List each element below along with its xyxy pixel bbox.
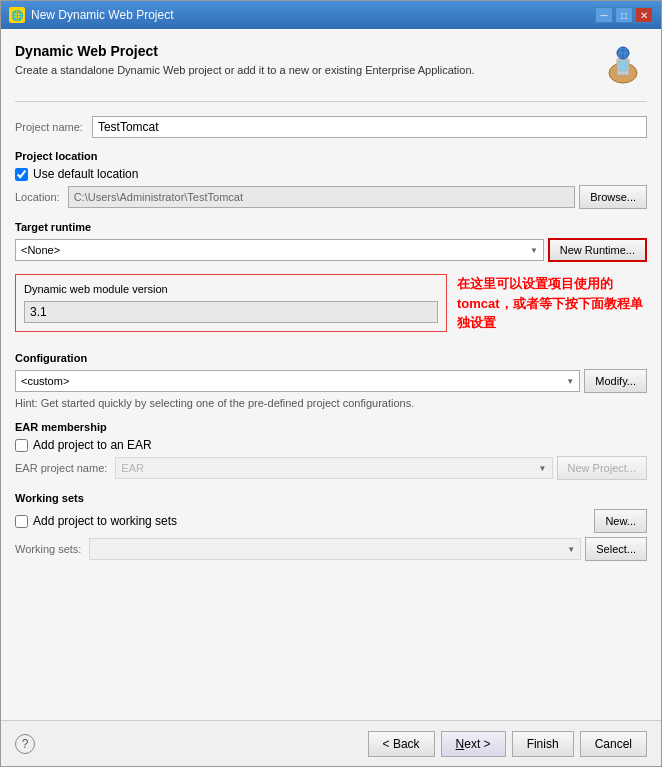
working-sets-label: Working sets xyxy=(15,492,647,504)
header-icon xyxy=(599,43,647,91)
project-location-group: Project location Use default location Lo… xyxy=(15,150,647,209)
configuration-select[interactable]: <custom> xyxy=(15,370,580,392)
target-runtime-group: Target runtime <None> New Runtime... xyxy=(15,221,647,262)
ear-project-name-label: EAR project name: xyxy=(15,462,107,474)
add-to-ear-row: Add project to an EAR xyxy=(15,438,647,452)
dialog-footer: ? < Back Next > Finish Cancel xyxy=(1,720,661,766)
use-default-row: Use default location xyxy=(15,167,647,181)
next-label-rest: ext > xyxy=(464,737,490,751)
window-title: New Dynamic Web Project xyxy=(31,8,589,22)
dialog-description: Create a standalone Dynamic Web project … xyxy=(15,63,475,78)
ear-membership-label: EAR membership xyxy=(15,421,647,433)
target-runtime-label: Target runtime xyxy=(15,221,647,233)
next-button[interactable]: Next > xyxy=(441,731,506,757)
main-window: 🌐 New Dynamic Web Project ─ □ ✕ Dynamic … xyxy=(0,0,662,767)
working-sets-group: Working sets Add project to working sets… xyxy=(15,492,647,561)
use-default-label: Use default location xyxy=(33,167,138,181)
project-location-label: Project location xyxy=(15,150,647,162)
annotation-area: 在这里可以设置项目使用的tomcat，或者等下按下面教程单独设置 xyxy=(457,274,647,333)
location-input xyxy=(68,186,575,208)
configuration-group: Configuration <custom> Modify... Hint: G… xyxy=(15,352,647,409)
add-working-sets-row: Add project to working sets xyxy=(15,514,177,528)
footer-left: ? xyxy=(15,734,35,754)
window-controls: ─ □ ✕ xyxy=(595,7,653,23)
module-annotation-row: Dynamic web module version 3.1 在这里可以设置项目… xyxy=(15,274,647,342)
annotation-text: 在这里可以设置项目使用的tomcat，或者等下按下面教程单独设置 xyxy=(457,274,647,333)
location-label: Location: xyxy=(15,191,60,203)
module-version-label: Dynamic web module version xyxy=(24,283,438,295)
cancel-button[interactable]: Cancel xyxy=(580,731,647,757)
svg-rect-2 xyxy=(619,61,627,71)
working-sets-add-row: Add project to working sets New... xyxy=(15,509,647,533)
ear-project-select: EAR xyxy=(115,457,552,479)
configuration-hint: Hint: Get started quickly by selecting o… xyxy=(15,397,647,409)
select-working-sets-button[interactable]: Select... xyxy=(585,537,647,561)
module-version-display: 3.1 xyxy=(24,301,438,323)
header-text: Dynamic Web Project Create a standalone … xyxy=(15,43,475,78)
use-default-checkbox[interactable] xyxy=(15,168,28,181)
configuration-row: <custom> Modify... xyxy=(15,369,647,393)
next-underline: N xyxy=(456,737,465,751)
project-name-group: Project name: xyxy=(15,116,647,138)
runtime-select[interactable]: <None> xyxy=(15,239,544,261)
dynamic-web-module-section: Dynamic web module version 3.1 xyxy=(15,274,447,332)
working-sets-select-wrapper xyxy=(89,538,581,560)
ear-membership-group: EAR membership Add project to an EAR EAR… xyxy=(15,421,647,480)
add-working-sets-checkbox[interactable] xyxy=(15,515,28,528)
footer-buttons: < Back Next > Finish Cancel xyxy=(368,731,647,757)
minimize-button[interactable]: ─ xyxy=(595,7,613,23)
window-icon: 🌐 xyxy=(9,7,25,23)
working-sets-row: Working sets: Select... xyxy=(15,537,647,561)
working-sets-select xyxy=(89,538,581,560)
modify-button[interactable]: Modify... xyxy=(584,369,647,393)
add-to-ear-checkbox[interactable] xyxy=(15,439,28,452)
working-sets-input-label: Working sets: xyxy=(15,543,81,555)
help-icon[interactable]: ? xyxy=(15,734,35,754)
dialog-header: Dynamic Web Project Create a standalone … xyxy=(15,43,647,102)
dialog-title: Dynamic Web Project xyxy=(15,43,475,59)
project-name-input[interactable] xyxy=(92,116,647,138)
configuration-select-wrapper: <custom> xyxy=(15,370,580,392)
back-button[interactable]: < Back xyxy=(368,731,435,757)
ear-project-name-row: EAR project name: EAR New Project... xyxy=(15,456,647,480)
new-runtime-button[interactable]: New Runtime... xyxy=(548,238,647,262)
new-working-set-button[interactable]: New... xyxy=(594,509,647,533)
browse-button[interactable]: Browse... xyxy=(579,185,647,209)
new-project-button: New Project... xyxy=(557,456,647,480)
ear-project-select-wrapper: EAR xyxy=(115,457,552,479)
finish-button[interactable]: Finish xyxy=(512,731,574,757)
add-to-ear-label: Add project to an EAR xyxy=(33,438,152,452)
configuration-label: Configuration xyxy=(15,352,647,364)
dialog-content: Dynamic Web Project Create a standalone … xyxy=(1,29,661,720)
project-name-label: Project name: xyxy=(15,121,83,133)
maximize-button[interactable]: □ xyxy=(615,7,633,23)
title-bar: 🌐 New Dynamic Web Project ─ □ ✕ xyxy=(1,1,661,29)
runtime-row: <None> New Runtime... xyxy=(15,238,647,262)
close-button[interactable]: ✕ xyxy=(635,7,653,23)
project-name-row: Project name: xyxy=(15,116,647,138)
runtime-select-wrapper: <None> xyxy=(15,239,544,261)
location-row: Location: Browse... xyxy=(15,185,647,209)
add-working-sets-label: Add project to working sets xyxy=(33,514,177,528)
